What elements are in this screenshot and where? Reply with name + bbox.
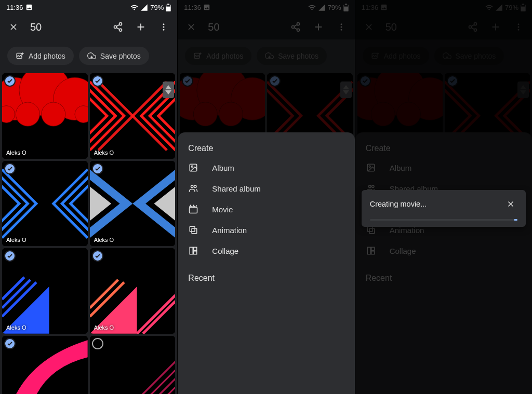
movie-icon <box>188 204 198 214</box>
picture-indicator-icon <box>25 4 33 11</box>
animation-icon <box>188 225 198 235</box>
svg-point-8 <box>163 29 165 31</box>
svg-point-14 <box>16 102 39 126</box>
signal-icon <box>140 4 148 11</box>
svg-point-67 <box>191 185 194 188</box>
photo-owner-label: Aleks O <box>6 324 26 331</box>
photo-thumbnail[interactable]: Aleks O <box>90 248 176 334</box>
photo-thumbnail[interactable]: Aleks O <box>90 161 176 247</box>
svg-marker-20 <box>165 90 171 94</box>
svg-point-4 <box>114 26 117 29</box>
collage-icon <box>188 246 198 256</box>
status-time: 11:36 <box>6 4 23 11</box>
selected-check-icon[interactable] <box>4 75 16 87</box>
progress-bar <box>370 219 517 221</box>
svg-rect-69 <box>190 207 197 213</box>
svg-point-15 <box>42 102 65 126</box>
close-icon[interactable] <box>3 17 24 37</box>
cloud-save-icon <box>87 51 96 60</box>
add-photos-label: Add photos <box>29 52 65 60</box>
selection-count: 50 <box>26 21 105 33</box>
create-animation-label: Animation <box>212 226 247 235</box>
create-album-item[interactable]: Album <box>188 157 344 178</box>
create-album-label: Album <box>212 164 234 172</box>
sheet-section-create: Create <box>188 144 344 153</box>
battery-icon <box>166 4 171 11</box>
add-photos-button[interactable]: Add photos <box>7 47 74 65</box>
creating-movie-dialog: Creating movie... <box>362 190 526 227</box>
photo-grid[interactable]: Aleks O Aleks O <box>0 73 177 394</box>
svg-rect-70 <box>192 228 197 234</box>
panel-selection: 11:36 79% 50 Add photos <box>0 0 177 394</box>
svg-rect-74 <box>194 251 197 254</box>
svg-point-6 <box>163 23 165 25</box>
create-movie-item[interactable]: Movie <box>188 199 344 220</box>
share-icon[interactable] <box>108 17 128 37</box>
shared-album-icon <box>188 183 198 194</box>
photo-thumbnail[interactable]: Aleks O <box>2 73 88 159</box>
create-collage-label: Collage <box>212 247 238 255</box>
photo-thumbnail[interactable]: Aleks O <box>90 73 176 159</box>
svg-rect-21 <box>2 161 88 247</box>
svg-point-7 <box>163 26 165 28</box>
create-bottom-sheet: Create Album Shared album Movie Animatio… <box>178 132 354 394</box>
add-photo-icon <box>16 51 24 60</box>
action-chip-row: Add photos Save photos <box>0 39 177 73</box>
svg-point-68 <box>194 185 197 188</box>
create-animation-item[interactable]: Animation <box>188 220 344 240</box>
photo-thumbnail[interactable]: Aleks O <box>2 161 88 247</box>
save-photos-label: Save photos <box>100 52 141 60</box>
svg-rect-71 <box>190 226 195 232</box>
svg-point-5 <box>119 29 122 31</box>
wifi-icon <box>130 4 138 11</box>
sheet-section-recent: Recent <box>188 274 344 283</box>
status-battery: 79% <box>150 4 164 11</box>
photo-owner-label: Aleks O <box>94 324 114 331</box>
photo-owner-label: Aleks O <box>6 150 26 156</box>
photo-thumbnail[interactable] <box>2 336 88 394</box>
overflow-menu-icon[interactable] <box>153 17 174 37</box>
panel-creating-movie: 11:36 79% 50 Add photos Save photos <box>355 0 532 394</box>
photo-thumbnail[interactable] <box>90 336 176 394</box>
selection-header: 50 <box>0 15 177 39</box>
svg-rect-1 <box>167 4 169 5</box>
panel-create-sheet: 11:36 79% 50 Add photos Save photos <box>177 0 354 394</box>
selected-check-icon[interactable] <box>4 163 16 174</box>
selected-check-icon[interactable] <box>92 163 103 174</box>
sort-handle-icon[interactable] <box>163 81 174 98</box>
add-icon[interactable] <box>130 17 151 37</box>
photo-owner-label: Aleks O <box>6 237 26 243</box>
create-shared-album-label: Shared album <box>212 184 260 193</box>
svg-rect-73 <box>194 247 197 250</box>
svg-rect-72 <box>190 247 193 254</box>
album-icon <box>188 162 198 173</box>
create-collage-item[interactable]: Collage <box>188 240 344 261</box>
svg-rect-2 <box>167 5 171 6</box>
selected-check-icon[interactable] <box>92 75 103 87</box>
svg-point-3 <box>119 23 122 25</box>
svg-marker-19 <box>165 85 171 89</box>
create-shared-album-item[interactable]: Shared album <box>188 178 344 199</box>
svg-point-66 <box>192 166 193 167</box>
unselected-circle-icon[interactable] <box>92 338 103 349</box>
photo-owner-label: Aleks O <box>94 150 114 156</box>
selected-check-icon[interactable] <box>4 338 16 349</box>
creating-movie-label: Creating movie... <box>370 200 427 208</box>
photo-thumbnail[interactable]: Aleks O <box>2 248 88 334</box>
status-bar: 11:36 79% <box>0 0 177 15</box>
save-photos-button[interactable]: Save photos <box>79 47 149 65</box>
photo-owner-label: Aleks O <box>94 237 114 243</box>
create-movie-label: Movie <box>212 205 233 214</box>
selected-check-icon[interactable] <box>92 250 103 262</box>
dialog-close-icon[interactable] <box>504 197 517 211</box>
